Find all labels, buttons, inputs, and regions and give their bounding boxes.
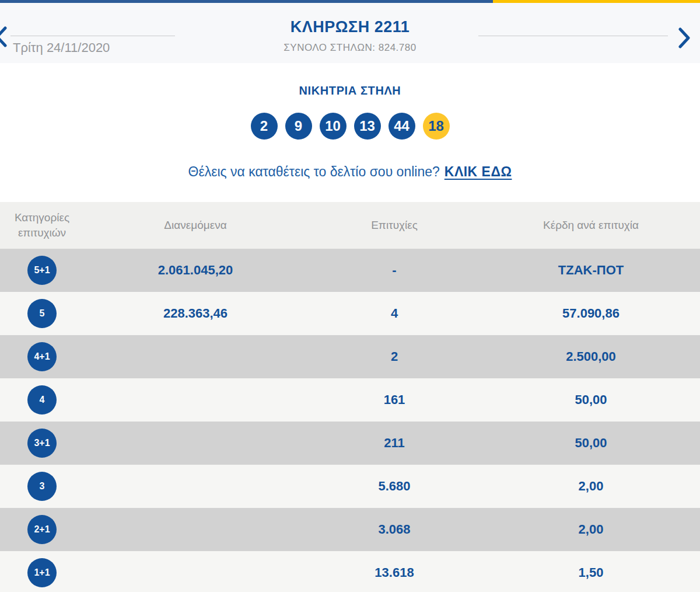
cta-text: Θέλεις να καταθέτεις το δελτίο σου onlin… bbox=[188, 164, 440, 179]
category-badge: 3 bbox=[27, 472, 57, 501]
table-row: 4 161 50,00 bbox=[0, 378, 700, 422]
category-badge: 5 bbox=[27, 299, 57, 328]
cta-link[interactable]: ΚΛΙΚ ΕΔΩ bbox=[444, 164, 512, 179]
category-badge: 1+1 bbox=[27, 558, 57, 587]
table-row: 5 228.363,46 4 57.090,86 bbox=[0, 292, 700, 335]
distributed-value: 228.363,46 bbox=[84, 306, 307, 321]
page-title: ΚΛΗΡΩΣΗ 2211 bbox=[0, 18, 700, 36]
total-columns-label: ΣΥΝΟΛΟ ΣΤΗΛΩΝ: 824.780 bbox=[0, 42, 700, 54]
winning-number-4: 13 bbox=[354, 113, 381, 140]
prize-value: 57.090,86 bbox=[482, 306, 700, 321]
prize-value: 2.500,00 bbox=[482, 349, 700, 364]
header-divider-right bbox=[478, 36, 668, 36]
distributed-value: 2.061.045,20 bbox=[84, 263, 307, 278]
table-row: 4+1 2 2.500,00 bbox=[0, 335, 700, 378]
category-badge: 4 bbox=[27, 385, 57, 415]
category-badge: 3+1 bbox=[27, 429, 57, 458]
prize-value: ΤΖΑΚ-ΠΟΤ bbox=[482, 263, 700, 278]
header-prize: Κέρδη ανά επιτυχία bbox=[482, 219, 700, 232]
winners-value: 13.618 bbox=[307, 565, 482, 580]
winners-value: 3.068 bbox=[307, 522, 482, 537]
winners-value: - bbox=[307, 263, 482, 278]
winning-number-1: 2 bbox=[251, 113, 278, 140]
table-row: 5+1 2.061.045,20 - ΤΖΑΚ-ΠΟΤ bbox=[0, 249, 700, 292]
winning-column-heading: ΝΙΚΗΤΡΙΑ ΣΤΗΛΗ bbox=[0, 84, 700, 97]
winning-column-section: ΝΙΚΗΤΡΙΑ ΣΤΗΛΗ 2 9 10 13 44 18 Θέλεις να… bbox=[0, 84, 700, 180]
table-row: 3+1 211 50,00 bbox=[0, 422, 700, 465]
next-draw-button[interactable] bbox=[678, 27, 691, 48]
winning-number-3: 10 bbox=[320, 113, 346, 140]
category-badge: 4+1 bbox=[27, 342, 57, 371]
category-badge: 2+1 bbox=[27, 515, 57, 544]
table-row: 1+1 13.618 1,50 bbox=[0, 551, 700, 592]
winners-value: 4 bbox=[307, 306, 482, 321]
table-row: 2+1 3.068 2,00 bbox=[0, 508, 700, 551]
winning-number-2: 9 bbox=[285, 113, 312, 140]
prize-value: 2,00 bbox=[482, 479, 700, 494]
draw-header: Τρίτη 24/11/2020 ΚΛΗΡΩΣΗ 2211 ΣΥΝΟΛΟ ΣΤΗ… bbox=[0, 3, 700, 63]
winners-value: 161 bbox=[307, 392, 482, 408]
prize-value: 2,00 bbox=[482, 522, 700, 537]
header-winners: Επιτυχίες bbox=[307, 219, 482, 232]
winning-number-5: 44 bbox=[388, 113, 415, 140]
header-categories: Κατηγορίες επιτυχιών bbox=[0, 210, 84, 240]
joker-number: 18 bbox=[423, 113, 450, 140]
prize-value: 50,00 bbox=[482, 392, 700, 408]
chevron-right-icon bbox=[678, 41, 691, 50]
table-row: 3 5.680 2,00 bbox=[0, 465, 700, 508]
winners-value: 5.680 bbox=[307, 479, 482, 494]
winners-value: 211 bbox=[307, 436, 482, 451]
winners-value: 2 bbox=[307, 349, 482, 364]
header-distributed: Διανεμόμενα bbox=[84, 219, 307, 232]
prize-value: 50,00 bbox=[482, 436, 700, 451]
cta-line: Θέλεις να καταθέτεις το δελτίο σου onlin… bbox=[0, 164, 700, 180]
winning-numbers: 2 9 10 13 44 18 bbox=[0, 113, 700, 140]
results-table: Κατηγορίες επιτυχιών Διανεμόμενα Επιτυχί… bbox=[0, 202, 700, 592]
table-header-row: Κατηγορίες επιτυχιών Διανεμόμενα Επιτυχί… bbox=[0, 202, 700, 249]
category-badge: 5+1 bbox=[27, 256, 57, 285]
prize-value: 1,50 bbox=[482, 565, 700, 580]
